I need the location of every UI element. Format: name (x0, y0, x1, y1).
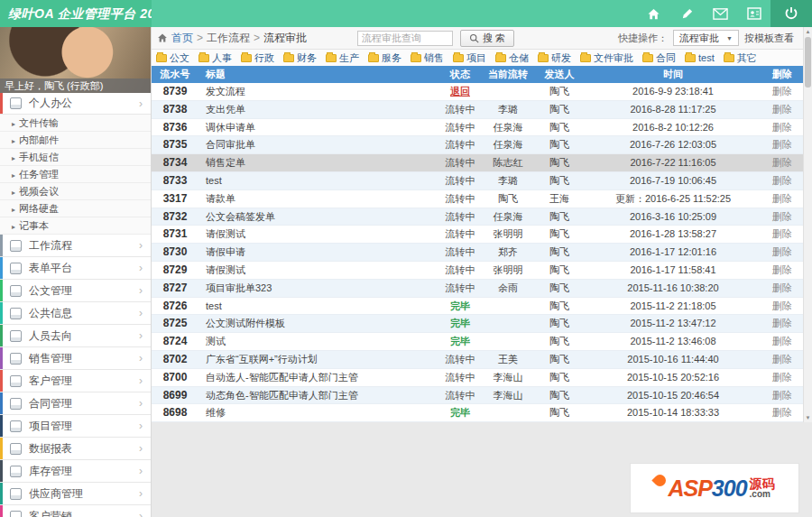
table-row[interactable]: 8730请假申请流转中郑齐陶飞2016-1-17 12:01:16删除 (152, 244, 803, 262)
row-title-link[interactable]: 合同审批单 (198, 136, 438, 153)
scroll-up-arrow[interactable]: ▲ (804, 27, 812, 36)
delete-link[interactable]: 删除 (761, 101, 803, 118)
breadcrumb-level1[interactable]: 工作流程 (207, 31, 250, 46)
category-tab[interactable]: 服务 (368, 51, 401, 65)
row-title-link[interactable]: 支出凭单 (198, 101, 438, 118)
sidebar-item-inventory-mgmt[interactable]: 库存管理› (0, 460, 151, 483)
delete-link[interactable]: 删除 (761, 154, 803, 171)
table-row[interactable]: 8738支出凭单流转中李璐陶飞2016-8-28 11:17:25删除 (152, 101, 803, 119)
delete-link[interactable]: 删除 (761, 190, 803, 208)
home-icon[interactable] (637, 0, 670, 27)
sidebar-item-document-mgmt[interactable]: 公文管理› (0, 280, 151, 302)
breadcrumb-home[interactable]: 首页 (171, 31, 193, 46)
table-row[interactable]: 8698维修完毕陶飞2015-10-14 18:33:33删除 (152, 404, 803, 422)
row-title-link[interactable]: 调休申请单 (198, 119, 438, 136)
category-tab[interactable]: 仓储 (495, 51, 529, 65)
category-tab[interactable]: 行政 (241, 51, 274, 65)
pencil-icon[interactable] (670, 0, 704, 27)
sidebar-item-sales-mgmt[interactable]: 销售管理› (0, 347, 151, 370)
search-input[interactable] (357, 31, 453, 46)
delete-link[interactable]: 删除 (761, 404, 803, 421)
table-row[interactable]: 8736调休申请单流转中任泉海陶飞2016-8-2 10:12:26删除 (152, 119, 803, 137)
row-title-link[interactable]: 广东省“互联网+”行动计划 (198, 351, 438, 368)
category-tab[interactable]: 人事 (198, 51, 232, 65)
row-title-link[interactable]: 维修 (198, 404, 438, 421)
row-title-link[interactable]: 发文流程 (198, 83, 438, 100)
table-row[interactable]: 3317请款单流转中陶飞王海更新：2016-6-25 11:52:25删除 (152, 190, 803, 208)
row-title-link[interactable]: 公文测试附件模板 (198, 315, 438, 332)
delete-link[interactable]: 删除 (761, 172, 803, 189)
sidebar-item-contract-mgmt[interactable]: 合同管理› (0, 392, 151, 415)
delete-link[interactable]: 删除 (761, 119, 803, 136)
delete-link[interactable]: 删除 (761, 280, 803, 297)
table-row[interactable]: 8735合同审批单流转中任泉海陶飞2016-7-26 12:03:05删除 (152, 136, 803, 154)
delete-link[interactable]: 删除 (761, 351, 803, 368)
sidebar-subitem[interactable]: ▸手机短信 (0, 149, 151, 166)
row-title-link[interactable]: test (198, 298, 438, 315)
contact-card-icon[interactable] (737, 0, 770, 27)
category-tab[interactable]: 项目 (453, 51, 486, 65)
sidebar-subitem[interactable]: ▸内部邮件 (0, 132, 151, 149)
sidebar-item-personal-office[interactable]: 个人办公 › (0, 93, 151, 115)
delete-link[interactable]: 删除 (761, 208, 803, 226)
scroll-down-arrow[interactable]: ▼ (804, 413, 812, 422)
delete-link[interactable]: 删除 (761, 369, 803, 386)
delete-link[interactable]: 删除 (761, 333, 803, 350)
sidebar-subitem[interactable]: ▸任务管理 (0, 166, 151, 183)
table-row[interactable]: 8725公文测试附件模板完毕陶飞2015-11-2 13:47:12删除 (152, 315, 803, 333)
category-tab[interactable]: 其它 (724, 51, 757, 65)
delete-link[interactable]: 删除 (761, 226, 803, 243)
table-row[interactable]: 8739发文流程退回陶飞2016-9-9 23:18:41删除 (152, 83, 803, 101)
category-tab[interactable]: 生产 (326, 51, 359, 65)
quick-action-select[interactable]: 流程审批 ▼ (673, 30, 739, 46)
row-title-link[interactable]: 自动选人-智能匹配申请人部门主管 (198, 369, 438, 386)
sidebar-subitem[interactable]: ▸文件传输 (0, 115, 151, 132)
row-title-link[interactable]: 测试 (198, 333, 438, 350)
table-row[interactable]: 8700自动选人-智能匹配申请人部门主管流转中李海山陶飞2015-10-15 2… (152, 369, 803, 387)
category-tab[interactable]: 研发 (538, 51, 571, 65)
sidebar-item-form-platform[interactable]: 表单平台› (0, 257, 151, 280)
sidebar-item-data-reports[interactable]: 数据报表› (0, 438, 151, 460)
table-row[interactable]: 8702广东省“互联网+”行动计划流转中王美陶飞2015-10-16 11:44… (152, 351, 803, 369)
table-row[interactable]: 8727项目审批单323流转中余雨陶飞2015-11-16 10:38:20删除 (152, 280, 803, 298)
category-tab[interactable]: 文件审批 (580, 51, 633, 65)
row-title-link[interactable]: 项目审批单323 (198, 280, 438, 297)
delete-link[interactable]: 删除 (761, 315, 803, 332)
view-by-template-button[interactable]: 按模板查看 (744, 32, 794, 45)
scrollbar-thumb[interactable] (805, 37, 811, 88)
sidebar-subitem[interactable]: ▸视频会议 (0, 183, 151, 200)
mail-icon[interactable] (704, 0, 737, 27)
sidebar-item-supplier-mgmt[interactable]: 供应商管理› (0, 483, 151, 505)
row-title-link[interactable]: 请款单 (198, 190, 438, 208)
delete-link[interactable]: 删除 (761, 387, 803, 404)
delete-link[interactable]: 删除 (761, 244, 803, 261)
row-title-link[interactable]: 销售定单 (198, 154, 438, 171)
row-title-link[interactable]: 请假测试 (198, 262, 438, 279)
category-tab[interactable]: 合同 (642, 51, 676, 65)
delete-link[interactable]: 删除 (761, 136, 803, 153)
delete-link[interactable]: 删除 (761, 298, 803, 315)
sidebar-item-personnel-location[interactable]: 人员去向› (0, 325, 151, 347)
table-row[interactable]: 8734销售定单流转中陈志红陶飞2016-7-22 11:16:05删除 (152, 154, 803, 172)
sidebar-subitem[interactable]: ▸网络硬盘 (0, 200, 151, 217)
search-button[interactable]: 搜 索 (460, 30, 514, 47)
delete-link[interactable]: 删除 (761, 262, 803, 279)
row-title-link[interactable]: 请假测试 (198, 226, 438, 243)
category-tab[interactable]: 公文 (156, 51, 189, 65)
category-tab[interactable]: 财务 (283, 51, 317, 65)
table-row[interactable]: 8729请假测试流转中张明明陶飞2016-1-17 11:58:41删除 (152, 262, 803, 280)
table-row[interactable]: 8731请假测试流转中张明明陶飞2016-1-28 13:58:27删除 (152, 226, 803, 244)
category-tab[interactable]: 销售 (411, 51, 444, 65)
table-row[interactable]: 8724测试完毕陶飞2015-11-2 13:46:08删除 (152, 333, 803, 351)
category-tab[interactable]: test (685, 52, 715, 63)
table-row[interactable]: 8732公文会稿签发单流转中任泉海陶飞2016-3-16 10:25:09删除 (152, 208, 803, 226)
sidebar-item-customer-marketing[interactable]: 客户营销› (0, 505, 151, 517)
table-row[interactable]: 8699动态角色-智能匹配申请人部门主管流转中李海山陶飞2015-10-15 2… (152, 387, 803, 405)
power-icon[interactable] (770, 0, 812, 27)
sidebar-item-customer-mgmt[interactable]: 客户管理› (0, 370, 151, 392)
table-row[interactable]: 8726test完毕陶飞2015-11-2 21:18:05删除 (152, 298, 803, 316)
row-title-link[interactable]: test (198, 172, 438, 189)
table-row[interactable]: 8733test流转中李璐陶飞2016-7-19 10:06:45删除 (152, 172, 803, 190)
row-title-link[interactable]: 动态角色-智能匹配申请人部门主管 (198, 387, 438, 404)
row-title-link[interactable]: 请假申请 (198, 244, 438, 261)
